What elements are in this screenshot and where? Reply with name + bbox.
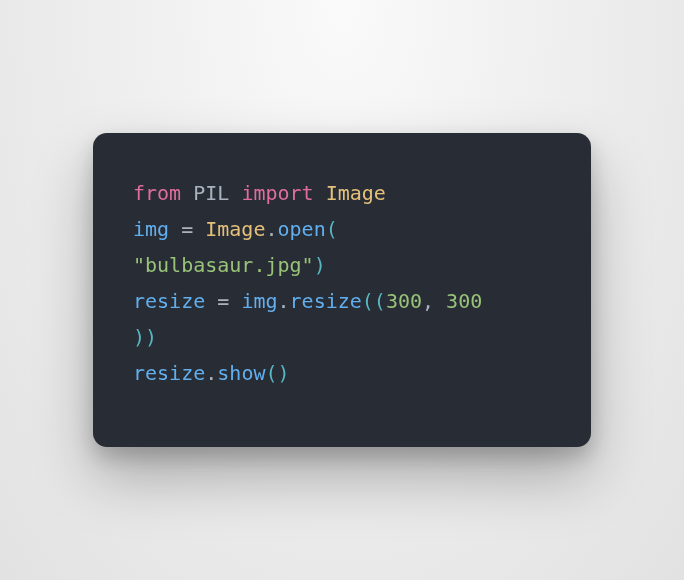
code-card: from PIL import Image img = Image.open( …	[93, 133, 591, 447]
string-literal: "bulbasaur.jpg"	[133, 253, 314, 277]
equals: =	[205, 289, 241, 313]
func-open: open	[278, 217, 326, 241]
rparen-inner: )	[133, 325, 145, 349]
lparen: (	[326, 217, 338, 241]
rparen: )	[145, 325, 157, 349]
number-300a: 300	[386, 289, 422, 313]
space	[229, 181, 241, 205]
lparen: (	[362, 289, 374, 313]
module-name: PIL	[193, 181, 229, 205]
class-name: Image	[326, 181, 386, 205]
rparen: )	[278, 361, 290, 385]
class-ref: Image	[205, 217, 265, 241]
lparen-inner: (	[374, 289, 386, 313]
keyword-import: import	[241, 181, 313, 205]
dot: .	[205, 361, 217, 385]
rparen: )	[314, 253, 326, 277]
func-show: show	[217, 361, 265, 385]
variable-img: img	[133, 217, 169, 241]
code-block: from PIL import Image img = Image.open( …	[133, 175, 551, 391]
equals: =	[169, 217, 205, 241]
number-300b: 300	[446, 289, 482, 313]
dot: .	[265, 217, 277, 241]
variable-resize: resize	[133, 289, 205, 313]
comma: ,	[422, 289, 446, 313]
obj-img: img	[241, 289, 277, 313]
obj-resize: resize	[133, 361, 205, 385]
lparen: (	[265, 361, 277, 385]
keyword-from: from	[133, 181, 181, 205]
space	[314, 181, 326, 205]
func-resize: resize	[290, 289, 362, 313]
space	[181, 181, 193, 205]
dot: .	[278, 289, 290, 313]
